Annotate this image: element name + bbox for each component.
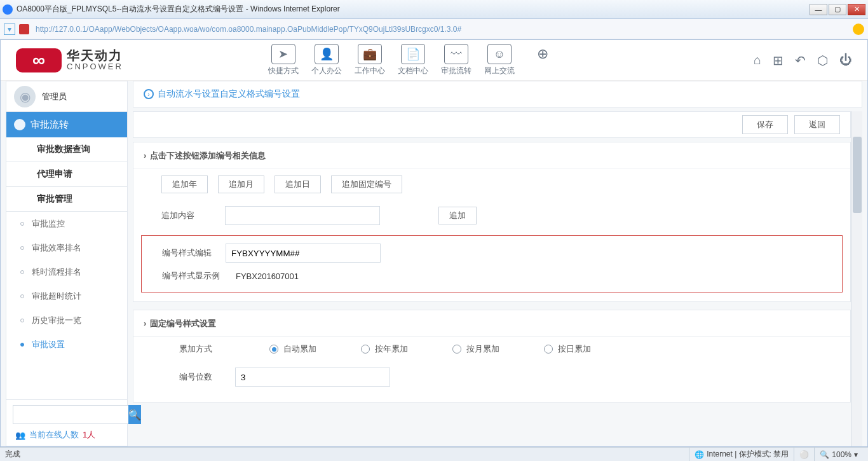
flow-icon: 〰 — [444, 44, 468, 64]
nav-doc[interactable]: 📄文档中心 — [395, 44, 431, 76]
add-content-input[interactable] — [225, 206, 380, 225]
save-button[interactable]: 保存 — [742, 115, 788, 134]
address-bar: ▾ http://127.0.0.1/OAapp/WebObjects/OAap… — [0, 19, 868, 39]
nav-quick[interactable]: ➤快捷方式 — [266, 44, 301, 76]
radio-icon — [269, 345, 278, 354]
format-example-value: FYBX201607001 — [236, 272, 299, 281]
dot-icon — [20, 222, 24, 226]
radio-day[interactable]: 按日累加 — [544, 343, 591, 355]
status-text: 完成 — [5, 449, 20, 460]
avatar-icon: ◉ — [14, 86, 36, 107]
grid-icon[interactable]: ⊞ — [773, 53, 783, 68]
add-year-button[interactable]: 追加年 — [161, 175, 208, 193]
accum-label: 累加方式 — [179, 343, 225, 355]
radio-icon — [452, 345, 461, 354]
sidebar-item-history[interactable]: 历史审批一览 — [6, 308, 127, 333]
logo-mark-icon: ∞ — [16, 48, 62, 72]
append-button[interactable]: 追加 — [438, 207, 477, 224]
radio-icon — [544, 345, 553, 354]
window-title: OA8000平台版_FPLMYSQL5--自动流水号设置自定义格式编号设置 - … — [17, 4, 810, 15]
nav-add[interactable]: ⊕ — [525, 44, 560, 76]
nav-personal[interactable]: 👤个人办公 — [309, 44, 344, 76]
status-zoom[interactable]: 🔍100%▾ — [814, 448, 863, 461]
app-header: ∞ 华天动力 CNPOWER ➤快捷方式 👤个人办公 💼工作中心 📄文档中心 〰… — [1, 40, 867, 81]
sidebar-item-efficiency[interactable]: 审批效率排名 — [6, 236, 127, 260]
users-icon: 👥 — [15, 430, 25, 440]
window-titlebar: OA8000平台版_FPLMYSQL5--自动流水号设置自定义格式编号设置 - … — [0, 0, 868, 19]
ie-icon — [3, 4, 13, 15]
format-example-label: 编号样式显示例 — [162, 270, 226, 282]
nav-approval[interactable]: 〰审批流转 — [438, 44, 474, 76]
nav-chat[interactable]: ☺网上交流 — [482, 44, 517, 76]
person-icon — [14, 119, 25, 130]
sidebar: ◉ 管理员 审批流转 审批数据查询 代理申请 审批管理 审批监控 审批效率排名 … — [6, 81, 128, 446]
radio-icon — [361, 345, 370, 354]
back-button[interactable]: 返回 — [794, 115, 840, 134]
sidebar-group-query[interactable]: 审批数据查询 — [6, 137, 127, 162]
add-month-button[interactable]: 追加月 — [218, 175, 264, 193]
plus-icon: ⊕ — [531, 44, 555, 64]
chat-icon: ☺ — [487, 44, 512, 64]
sidebar-item-monitor[interactable]: 审批监控 — [6, 212, 127, 236]
scrollbar-thumb[interactable] — [853, 137, 862, 213]
shirt-icon[interactable]: ⬡ — [817, 53, 828, 68]
dot-icon — [20, 343, 24, 347]
home-icon[interactable]: ⌂ — [754, 53, 761, 68]
power-icon[interactable]: ⏻ — [839, 53, 852, 68]
arrow-circle-icon: › — [144, 89, 154, 99]
sidebar-search-input[interactable] — [13, 405, 128, 424]
sidebar-item-settings[interactable]: 审批设置 — [6, 333, 127, 357]
user-name: 管理员 — [42, 91, 67, 102]
minimize-button[interactable]: — — [810, 4, 827, 15]
radio-year[interactable]: 按年累加 — [361, 343, 408, 355]
security-shield-icon[interactable]: ▾ — [4, 24, 15, 35]
sidebar-item-timeout[interactable]: 审批超时统计 — [6, 284, 127, 308]
user-panel: ◉ 管理员 — [6, 81, 127, 112]
header-actions: ⌂ ⊞ ↶ ⬡ ⏻ — [754, 53, 852, 68]
action-bar: 保存 返回 — [133, 111, 851, 138]
format-highlight-box: 编号样式编辑 编号样式显示例 FYBX201607001 — [141, 235, 843, 292]
radio-month[interactable]: 按月累加 — [452, 343, 499, 355]
format-edit-input[interactable] — [226, 244, 381, 263]
dot-icon — [20, 246, 24, 250]
chevron-icon: › — [144, 319, 146, 328]
close-button[interactable]: ✕ — [848, 4, 865, 15]
add-fixed-button[interactable]: 追加固定编号 — [331, 175, 402, 193]
section1-title: ›点击下述按钮添加编号相关信息 — [133, 142, 850, 169]
sidebar-group-manage[interactable]: 审批管理 — [6, 187, 127, 212]
vertical-scrollbar[interactable] — [851, 111, 862, 446]
reply-icon[interactable]: ↶ — [795, 53, 806, 68]
nav-work[interactable]: 💼工作中心 — [352, 44, 388, 76]
online-count: 👥 当前在线人数 1人 — [13, 424, 121, 441]
zoom-icon: 🔍 — [820, 450, 829, 459]
user-icon: 👤 — [315, 44, 339, 64]
maximize-button[interactable]: ▢ — [829, 4, 846, 15]
status-zone: 🌐Internet | 保护模式: 禁用 — [689, 448, 794, 461]
chevron-down-icon: ▾ — [854, 450, 858, 459]
radio-auto[interactable]: 自动累加 — [269, 343, 316, 355]
page-title-bar: › 自动流水号设置自定义格式编号设置 — [133, 81, 862, 107]
browser-statusbar: 完成 🌐Internet | 保护模式: 禁用 ⚪ 🔍100%▾ — [0, 447, 868, 461]
digits-label: 编号位数 — [179, 371, 225, 383]
dot-icon — [20, 270, 24, 274]
section-fixed-format: ›固定编号样式设置 累加方式 自动累加 按年累加 按月累加 按日累加 编号位数 — [133, 310, 851, 403]
main-area: › 自动流水号设置自定义格式编号设置 保存 返回 ›点击下述按钮添加编号相关信息… — [133, 81, 862, 446]
status-protected-off-icon: ⚪ — [794, 448, 814, 461]
globe-icon: 🌐 — [695, 450, 704, 459]
help-icon[interactable] — [853, 24, 864, 35]
sidebar-group-proxy[interactable]: 代理申请 — [6, 162, 127, 187]
section2-title: ›固定编号样式设置 — [133, 310, 850, 337]
section-number-info: ›点击下述按钮添加编号相关信息 追加年 追加月 追加日 追加固定编号 追加内容 — [133, 142, 851, 302]
format-edit-label: 编号样式编辑 — [162, 247, 215, 259]
dot-icon — [20, 294, 24, 298]
send-icon: ➤ — [271, 44, 295, 64]
chevron-icon: › — [144, 151, 146, 160]
add-day-button[interactable]: 追加日 — [275, 175, 321, 193]
briefcase-icon: 💼 — [358, 44, 382, 64]
url-field[interactable]: http://127.0.0.1/OAapp/WebObjects/OAapp.… — [33, 24, 849, 35]
sidebar-item-time[interactable]: 耗时流程排名 — [6, 260, 127, 284]
sidebar-section-approval[interactable]: 审批流转 — [6, 112, 127, 137]
digits-input[interactable] — [235, 368, 390, 387]
add-content-label: 追加内容 — [161, 210, 215, 221]
page-title: 自动流水号设置自定义格式编号设置 — [158, 88, 300, 100]
